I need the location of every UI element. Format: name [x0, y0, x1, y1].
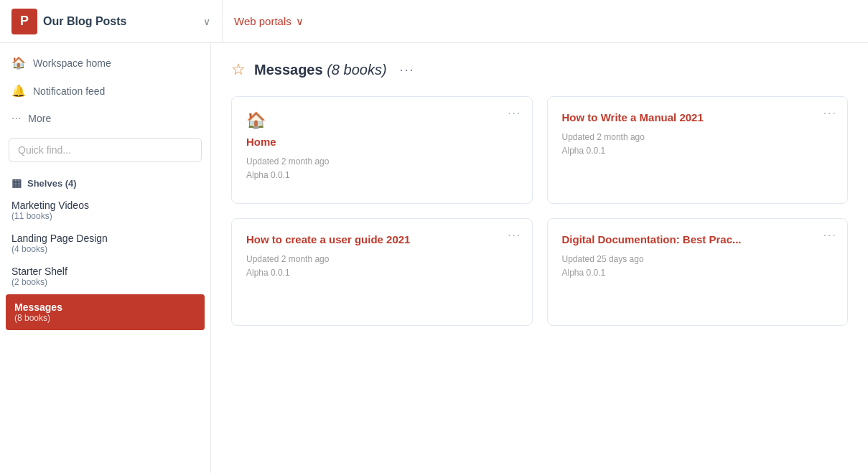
sidebar-shelf-landing-page-design[interactable]: Landing Page Design (4 books) [0, 227, 210, 260]
main-layout: 🏠 Workspace home 🔔 Notification feed ···… [0, 43, 868, 473]
shelves-section-header: ▦ Shelves (4) [0, 168, 210, 194]
quick-find-input[interactable] [9, 138, 202, 162]
book-meta: Updated 2 month agoAlpha 0.0.1 [246, 155, 518, 182]
sidebar-shelf-marketing-videos[interactable]: Marketing Videos (11 books) [0, 194, 210, 227]
book-meta: Updated 25 days agoAlpha 0.0.1 [562, 253, 834, 280]
book-card-digital-documentation[interactable]: ··· Digital Documentation: Best Prac... … [547, 218, 849, 326]
notification-icon: 🔔 [11, 84, 26, 98]
app-name: Our Blog Posts [43, 15, 197, 28]
sidebar-shelf-starter-shelf[interactable]: Starter Shelf (2 books) [0, 260, 210, 293]
book-title: Home [246, 136, 518, 148]
sidebar-item-notification-feed[interactable]: 🔔 Notification feed [0, 77, 210, 105]
shelf-count: (2 books) [11, 277, 199, 287]
books-grid: ··· 🏠 Home Updated 2 month agoAlpha 0.0.… [231, 96, 848, 326]
book-meta: Updated 2 month agoAlpha 0.0.1 [246, 253, 518, 280]
content-header: ☆ Messages (8 books) ··· [231, 60, 848, 79]
app-name-chevron-icon[interactable]: ∨ [203, 16, 210, 27]
sidebar: 🏠 Workspace home 🔔 Notification feed ···… [0, 43, 211, 473]
content-title: Messages (8 books) [254, 62, 387, 78]
sidebar-item-more[interactable]: ··· More [0, 105, 210, 132]
web-portals-label: Web portals [234, 15, 291, 27]
content-title-count: (8 books) [327, 62, 386, 78]
content-title-text: Messages [254, 62, 323, 78]
shelf-count: (11 books) [11, 211, 199, 221]
home-icon: 🏠 [11, 56, 26, 70]
book-home-icon: 🏠 [246, 111, 518, 130]
header-right: Web portals ∨ [223, 15, 304, 28]
book-card-home[interactable]: ··· 🏠 Home Updated 2 month agoAlpha 0.0.… [231, 96, 533, 204]
shelf-name: Starter Shelf [11, 266, 199, 277]
shelf-name: Messages [14, 301, 196, 313]
book-title: How to create a user guide 2021 [246, 233, 518, 245]
star-icon: ☆ [231, 60, 246, 79]
workspace-home-label: Workspace home [33, 57, 111, 69]
shelf-count: (4 books) [11, 244, 199, 254]
quick-find-container [0, 132, 210, 168]
shelves-icon: ▦ [11, 177, 22, 189]
shelf-name: Marketing Videos [11, 200, 199, 211]
content-more-button[interactable]: ··· [396, 61, 419, 79]
sidebar-shelves-list: Marketing Videos (11 books) Landing Page… [0, 194, 210, 332]
more-dots-icon: ··· [11, 112, 21, 125]
book-meta: Updated 2 month agoAlpha 0.0.1 [562, 131, 834, 158]
book-card-how-to-write-manual[interactable]: ··· How to Write a Manual 2021 Updated 2… [547, 96, 849, 204]
book-title: Digital Documentation: Best Prac... [562, 233, 834, 245]
more-label: More [28, 113, 51, 124]
shelf-name: Landing Page Design [11, 233, 199, 244]
book-card-how-to-create-user-guide[interactable]: ··· How to create a user guide 2021 Upda… [231, 218, 533, 326]
shelves-label: Shelves (4) [27, 178, 77, 189]
shelf-count: (8 books) [14, 313, 196, 323]
book-card-menu-button[interactable]: ··· [508, 107, 521, 120]
app-header: P Our Blog Posts ∨ Web portals ∨ [0, 0, 868, 43]
sidebar-shelf-messages[interactable]: Messages (8 books) [6, 294, 205, 330]
web-portals-chevron-icon: ∨ [296, 15, 304, 28]
sidebar-item-workspace-home[interactable]: 🏠 Workspace home [0, 49, 210, 77]
header-left: P Our Blog Posts ∨ [11, 0, 223, 42]
notification-feed-label: Notification feed [33, 85, 105, 97]
book-card-menu-button[interactable]: ··· [823, 107, 837, 120]
book-card-menu-button[interactable]: ··· [508, 229, 521, 242]
book-card-menu-button[interactable]: ··· [823, 229, 837, 242]
main-content: ☆ Messages (8 books) ··· ··· 🏠 Home Upda… [211, 43, 868, 473]
app-logo: P [11, 9, 37, 34]
web-portals-button[interactable]: Web portals ∨ [234, 15, 304, 28]
book-title: How to Write a Manual 2021 [562, 111, 834, 123]
